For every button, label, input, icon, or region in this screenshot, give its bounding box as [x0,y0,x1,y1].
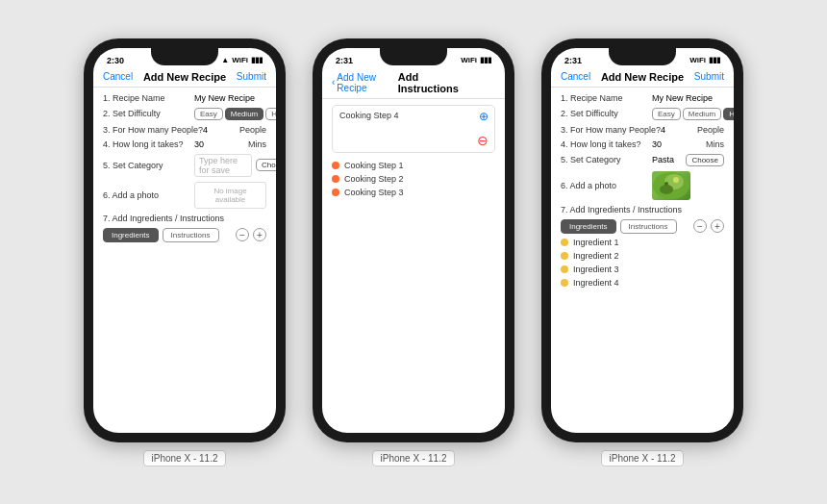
step-dot-1 [332,162,339,169]
category-value-3[interactable]: Pasta [652,155,674,164]
category-label-1: 5. Set Category [103,161,194,170]
easy-btn-3[interactable]: Easy [652,108,681,120]
step-dot-2 [332,175,339,183]
instructions-tab-3[interactable]: Instructions [620,219,677,234]
phone-1-screen: 2:30 ▲ WiFi ▮▮▮ Cancel Add New Recipe Su… [93,48,276,433]
category-label-3: 5. Set Category [561,155,652,164]
category-row-1: 5. Set Category Type here for save Choos… [103,154,266,177]
content-3: 1. Recipe Name My New Recipe 2. Set Diff… [551,88,734,433]
ingredient-dot-1 [561,239,568,246]
recipe-name-label-3: 1. Recipe Name [561,93,652,103]
battery-icon-1: ▮▮▮ [251,56,263,64]
choose-btn-3[interactable]: Choose [686,154,724,166]
photo-row-1: 6. Add a photo No image available [103,182,266,209]
phone-1-label: iPhone X - 11.2 [143,450,227,466]
phone-2-screen: 2:31 WiFi ▮▮▮ ‹ Add New Recipe Add Instr… [322,48,505,433]
add-ingredients-row-3: 7. Add Ingredients / Instructions [561,205,724,214]
recipe-name-label: 1. Recipe Name [103,93,194,103]
recipe-name-row: 1. Recipe Name My New Recipe [103,93,266,103]
easy-btn-1[interactable]: Easy [194,108,223,120]
phone-3: 2:31 WiFi ▮▮▮ Cancel Add New Recipe Subm… [541,38,743,442]
phone-2-wrapper: 2:31 WiFi ▮▮▮ ‹ Add New Recipe Add Instr… [313,38,514,466]
ingredients-tab-3[interactable]: Ingredients [561,219,616,234]
submit-button-3[interactable]: Submit [694,71,724,82]
how-many-unit-1: People [239,125,266,135]
how-long-unit-3: Mins [706,139,724,149]
nav-bar-2: ‹ Add New Recipe Add Instructions [322,69,505,99]
submit-button-1[interactable]: Submit [237,71,266,82]
remove-btn-1[interactable]: − [236,228,249,241]
photo-thumb-3[interactable] [652,171,690,200]
category-input-1[interactable]: Type here for save [194,154,252,177]
back-button-2[interactable]: ‹ Add New Recipe [332,72,398,93]
cancel-button-3[interactable]: Cancel [561,71,590,82]
how-long-row-1: 4. How long it takes? 30 Mins [103,139,266,149]
photo-label-1: 6. Add a photo [103,190,194,200]
how-long-label-1: 4. How long it takes? [103,139,194,149]
step-item-1: Cooking Step 1 [332,161,495,170]
phone-3-wrapper: 2:31 WiFi ▮▮▮ Cancel Add New Recipe Subm… [541,38,743,466]
minus-icon-2[interactable]: ⊖ [477,133,489,148]
time-1: 2:30 [107,56,124,65]
phone-2-notch [380,48,447,65]
add-btn-1[interactable]: + [253,228,266,241]
battery-icon-3: ▮▮▮ [709,56,720,64]
choose-btn-1[interactable]: Choose [256,159,276,171]
remove-btn-3[interactable]: − [693,219,707,233]
category-row-3: 5. Set Category Pasta Choose [561,154,724,166]
add-ingredients-row-1: 7. Add Ingredients / Instructions [103,214,266,223]
nav-title-3: Add New Recipe [601,71,684,83]
hard-btn-1[interactable]: Hard [265,108,276,120]
cooking-step-input[interactable]: Cooking Step 4 ⊕ ⊖ [332,105,495,153]
recipe-name-value-3[interactable]: My New Recipe [652,93,713,103]
medium-btn-3[interactable]: Medium [683,108,721,120]
hard-btn-3[interactable]: Hard [723,108,734,120]
how-long-label-3: 4. How long it takes? [561,139,652,149]
ingredient-text-2[interactable]: Ingredient 2 [573,251,619,261]
step-item-3: Cooking Step 3 [332,188,495,197]
add-ingredients-label-3: 7. Add Ingredients / Instructions [561,205,682,214]
ingredient-text-4[interactable]: Ingredient 4 [573,278,619,288]
how-many-value-3[interactable]: 4 [661,125,665,135]
phone-3-label: iPhone X - 11.2 [601,450,685,466]
nav-bar-1: Cancel Add New Recipe Submit [93,69,276,88]
difficulty-group-3: Easy Medium Hard [652,108,734,120]
phone-2: 2:31 WiFi ▮▮▮ ‹ Add New Recipe Add Instr… [313,38,514,442]
how-many-value-1[interactable]: 4 [203,125,208,135]
recipe-name-value-1[interactable]: My New Recipe [194,93,255,103]
instructions-tab-1[interactable]: Instructions [163,228,219,242]
ingredient-dot-2 [561,252,568,260]
step-text-3[interactable]: Cooking Step 3 [344,188,404,197]
time-2: 2:31 [336,56,353,65]
ingredients-list-3: Ingredient 1 Ingredient 2 Ingredient 3 [561,238,724,288]
steps-list: Cooking Step 1 Cooking Step 2 Cooking St… [332,161,495,197]
step-dot-3 [332,189,339,196]
svg-point-3 [673,177,679,183]
how-long-unit-1: Mins [248,139,266,149]
medium-btn-1[interactable]: Medium [225,108,263,120]
step-text-2[interactable]: Cooking Step 2 [344,174,404,184]
ingredient-dot-4 [561,279,568,287]
phone-1: 2:30 ▲ WiFi ▮▮▮ Cancel Add New Recipe Su… [84,38,286,442]
phone-3-screen: 2:31 WiFi ▮▮▮ Cancel Add New Recipe Subm… [551,48,734,433]
how-long-value-3[interactable]: 30 [652,139,662,149]
recipe-name-row-3: 1. Recipe Name My New Recipe [561,93,724,103]
difficulty-row-1: 2. Set Difficulty Easy Medium Hard [103,108,266,120]
add-btn-3[interactable]: + [711,219,724,233]
status-right-1: ▲ WiFi ▮▮▮ [221,56,263,64]
ingredient-text-1[interactable]: Ingredient 1 [573,238,619,247]
no-image-box-1[interactable]: No image available [194,182,266,209]
difficulty-label-3: 2. Set Difficulty [561,109,652,118]
ingredient-text-3[interactable]: Ingredient 3 [573,265,619,274]
tabs-row-3: Ingredients Instructions − + [561,219,724,234]
phone-1-notch [151,48,218,65]
how-long-value-1[interactable]: 30 [194,139,204,149]
how-many-label-1: 3. For How many People? [103,125,203,135]
ingredients-tab-1[interactable]: Ingredients [103,228,159,242]
plus-icon-2[interactable]: ⊕ [479,110,489,123]
ingredient-dot-3 [561,265,568,273]
tab-controls-3: − + [693,219,724,233]
step-text-1[interactable]: Cooking Step 1 [344,161,404,170]
nav-title-2: Add Instructions [398,71,470,94]
cancel-button-1[interactable]: Cancel [103,71,133,82]
